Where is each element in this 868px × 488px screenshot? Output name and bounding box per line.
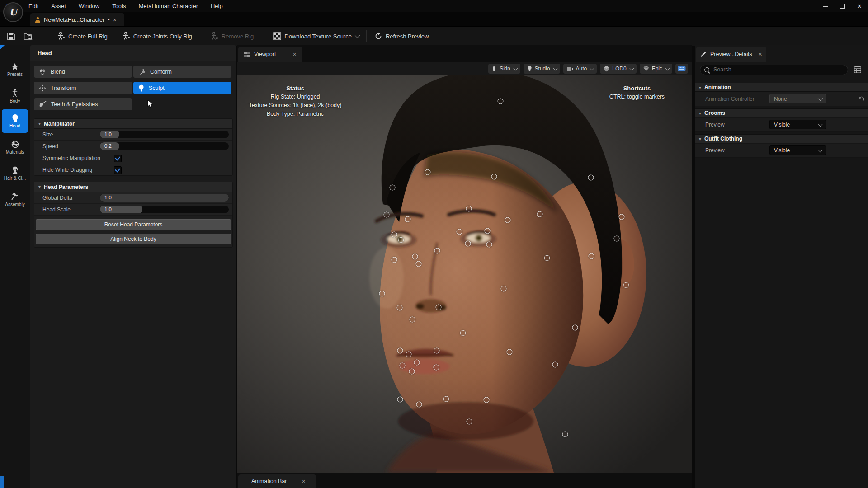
face-marker[interactable] — [410, 317, 415, 323]
face-marker[interactable] — [397, 348, 403, 354]
face-marker[interactable] — [501, 286, 507, 292]
face-marker[interactable] — [425, 169, 431, 175]
browse-to-asset-button[interactable] — [19, 29, 37, 43]
rail-item-hair-and-clothing[interactable]: Hair & Cl... — [2, 162, 28, 185]
create-joints-only-rig-button[interactable]: Create Joints Only Rig — [118, 29, 196, 43]
size-slider[interactable]: 1.0 — [100, 131, 229, 138]
face-marker[interactable] — [614, 236, 620, 242]
face-marker[interactable] — [505, 217, 511, 223]
grooms-preview-dropdown[interactable]: Visible — [769, 120, 826, 129]
face-marker[interactable] — [485, 228, 491, 234]
animation-section-header[interactable]: ▾ Animation — [695, 83, 868, 92]
mode-button-conform[interactable]: Conform — [133, 66, 231, 78]
reset-head-parameters-button[interactable]: Reset Head Parameters — [36, 219, 231, 230]
face-marker[interactable] — [552, 362, 558, 368]
face-marker[interactable] — [434, 365, 439, 371]
global-delta-slider[interactable]: 1.0 — [100, 194, 229, 202]
face-marker[interactable] — [486, 242, 492, 248]
asset-tab[interactable]: NewMetaHu...Character • × — [30, 13, 124, 26]
face-marker[interactable] — [572, 325, 578, 331]
rail-item-assembly[interactable]: Assembly — [2, 188, 28, 211]
face-marker[interactable] — [588, 175, 594, 181]
speed-slider[interactable]: 0.2 — [100, 142, 229, 150]
menu-asset[interactable]: Asset — [45, 0, 72, 12]
face-marker[interactable] — [405, 216, 411, 222]
details-view-options-icon[interactable] — [854, 66, 861, 73]
menu-window[interactable]: Window — [72, 0, 106, 12]
head-parameters-section-header[interactable]: ▾ Head Parameters — [34, 182, 232, 192]
rail-item-body[interactable]: Body — [2, 84, 28, 108]
face-marker[interactable] — [434, 248, 440, 254]
manipulator-section-header[interactable]: ▾ Manipulator — [34, 119, 232, 129]
face-marker[interactable] — [623, 282, 629, 288]
mode-button-teeth-eyelashes[interactable]: Teeth & Eyelashes — [34, 98, 132, 110]
preview-details-tab[interactable]: Preview...Details × — [696, 47, 766, 62]
symmetric-manipulation-checkbox[interactable] — [114, 155, 122, 162]
remove-rig-button[interactable]: Remove Rig — [206, 29, 258, 43]
face-marker[interactable] — [465, 241, 471, 247]
details-tab-close-icon[interactable]: × — [758, 51, 762, 57]
face-marker[interactable] — [457, 229, 462, 235]
face-marker[interactable] — [443, 396, 449, 402]
minimize-icon[interactable] — [816, 0, 834, 12]
face-marker[interactable] — [397, 397, 403, 403]
maximize-icon[interactable] — [834, 0, 851, 12]
face-marker[interactable] — [416, 402, 422, 408]
animation-bar-tab[interactable]: Animation Bar × — [238, 474, 316, 488]
face-marker[interactable] — [409, 369, 415, 375]
face-marker[interactable] — [498, 99, 504, 104]
face-marker[interactable] — [398, 237, 404, 243]
face-marker[interactable] — [537, 211, 543, 217]
viewport-tab-close-icon[interactable]: × — [292, 51, 296, 57]
rail-item-presets[interactable]: Presets — [2, 58, 28, 81]
save-button[interactable] — [3, 29, 19, 43]
face-marker[interactable] — [390, 185, 396, 191]
face-marker[interactable] — [406, 352, 412, 357]
face-marker[interactable] — [562, 432, 568, 437]
face-marker[interactable] — [397, 305, 403, 311]
hide-while-dragging-checkbox[interactable] — [114, 166, 122, 174]
mode-button-transform[interactable]: Transform — [34, 82, 132, 94]
animation-bar-close-icon[interactable]: × — [302, 478, 306, 484]
face-marker[interactable] — [544, 255, 550, 261]
grooms-section-header[interactable]: ▾ Grooms — [695, 108, 868, 117]
face-marker[interactable] — [384, 212, 390, 218]
mode-button-blend[interactable]: Blend — [34, 66, 132, 78]
rail-item-materials[interactable]: Materials — [2, 136, 28, 159]
face-marker[interactable] — [619, 214, 625, 220]
face-marker[interactable] — [412, 254, 418, 260]
face-marker[interactable] — [491, 174, 497, 180]
face-marker[interactable] — [400, 363, 406, 369]
face-marker[interactable] — [436, 305, 442, 310]
menu-edit[interactable]: Edit — [22, 0, 45, 12]
face-marker[interactable] — [589, 253, 594, 259]
face-marker[interactable] — [414, 360, 420, 366]
mode-button-sculpt[interactable]: Sculpt — [133, 82, 231, 94]
face-marker[interactable] — [467, 419, 472, 425]
reset-to-default-icon[interactable] — [859, 96, 864, 102]
face-marker[interactable] — [392, 257, 397, 263]
face-marker[interactable] — [484, 397, 490, 403]
face-marker[interactable] — [379, 291, 385, 297]
menu-help[interactable]: Help — [204, 0, 229, 12]
face-marker[interactable] — [460, 330, 466, 336]
create-full-rig-button[interactable]: Create Full Rig — [53, 29, 112, 43]
asset-tab-close-icon[interactable]: × — [113, 17, 117, 23]
outfit-preview-dropdown[interactable]: Visible — [769, 145, 826, 155]
face-marker[interactable] — [416, 261, 422, 267]
menu-metahuman-character[interactable]: MetaHuman Character — [132, 0, 204, 12]
menu-tools[interactable]: Tools — [106, 0, 132, 12]
outfit-clothing-section-header[interactable]: ▾ Outfit Clothing — [695, 134, 868, 143]
face-marker[interactable] — [466, 206, 472, 212]
face-marker[interactable] — [392, 232, 397, 238]
face-marker[interactable] — [507, 349, 513, 355]
animation-controller-dropdown[interactable]: None — [769, 94, 826, 103]
search-box[interactable] — [700, 65, 848, 75]
align-neck-to-body-button[interactable]: Align Neck to Body — [36, 234, 231, 244]
viewport-tab[interactable]: Viewport × — [238, 47, 302, 62]
window-close-icon[interactable]: × — [851, 0, 868, 12]
rail-item-head[interactable]: Head — [2, 109, 28, 133]
refresh-preview-button[interactable]: Refresh Preview — [370, 29, 433, 43]
download-texture-source-button[interactable]: Download Texture Source — [269, 29, 363, 43]
search-input[interactable] — [712, 66, 844, 73]
